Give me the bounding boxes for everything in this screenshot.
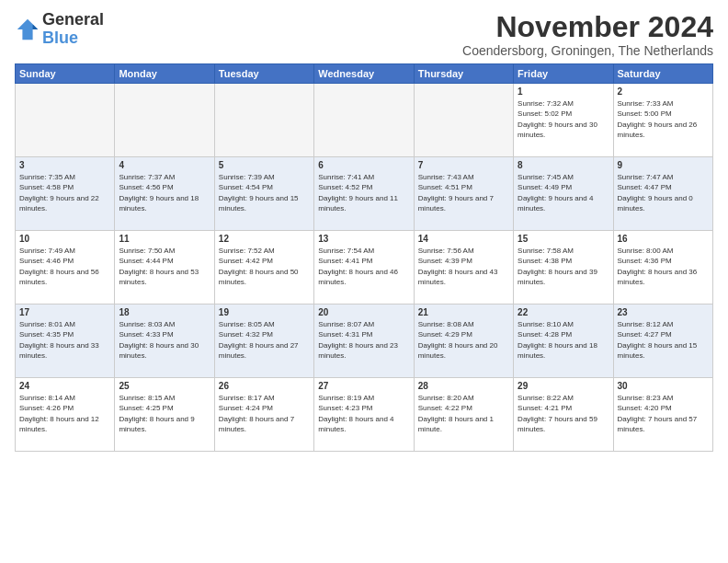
day-info: Sunrise: 8:00 AM Sunset: 4:36 PM Dayligh… <box>618 246 709 287</box>
table-row: 24Sunrise: 8:14 AM Sunset: 4:26 PM Dayli… <box>16 378 115 452</box>
table-row: 13Sunrise: 7:54 AM Sunset: 4:41 PM Dayli… <box>314 231 414 304</box>
day-info: Sunrise: 7:33 AM Sunset: 5:00 PM Dayligh… <box>618 98 709 140</box>
day-number: 1 <box>518 86 609 97</box>
day-number: 10 <box>19 234 110 244</box>
table-row: 23Sunrise: 8:12 AM Sunset: 4:27 PM Dayli… <box>613 304 712 378</box>
table-row: 11Sunrise: 7:50 AM Sunset: 4:44 PM Dayli… <box>115 231 214 304</box>
day-info: Sunrise: 8:03 AM Sunset: 4:33 PM Dayligh… <box>119 319 210 361</box>
table-row: 22Sunrise: 8:10 AM Sunset: 4:28 PM Dayli… <box>514 304 613 378</box>
calendar-week-row: 10Sunrise: 7:49 AM Sunset: 4:46 PM Dayli… <box>16 231 713 304</box>
table-row: 9Sunrise: 7:47 AM Sunset: 4:47 PM Daylig… <box>613 157 712 231</box>
day-number: 18 <box>119 307 210 317</box>
table-row: 6Sunrise: 7:41 AM Sunset: 4:52 PM Daylig… <box>314 157 414 231</box>
col-sunday: Sunday <box>16 64 115 84</box>
day-number: 9 <box>618 160 709 170</box>
day-info: Sunrise: 7:56 AM Sunset: 4:39 PM Dayligh… <box>418 246 509 287</box>
col-wednesday: Wednesday <box>314 64 414 84</box>
day-number: 25 <box>119 381 210 391</box>
day-number: 21 <box>418 307 509 317</box>
table-row: 1Sunrise: 7:32 AM Sunset: 5:02 PM Daylig… <box>514 84 613 157</box>
table-row: 7Sunrise: 7:43 AM Sunset: 4:51 PM Daylig… <box>414 157 513 231</box>
table-row: 26Sunrise: 8:17 AM Sunset: 4:24 PM Dayli… <box>214 378 313 452</box>
table-row: 8Sunrise: 7:45 AM Sunset: 4:49 PM Daylig… <box>514 157 613 231</box>
day-info: Sunrise: 8:17 AM Sunset: 4:24 PM Dayligh… <box>219 393 310 434</box>
day-number: 19 <box>219 307 310 317</box>
day-number: 28 <box>418 381 509 391</box>
day-info: Sunrise: 8:07 AM Sunset: 4:31 PM Dayligh… <box>318 319 409 361</box>
calendar-week-row: 17Sunrise: 8:01 AM Sunset: 4:35 PM Dayli… <box>16 304 713 378</box>
day-number: 24 <box>19 381 110 391</box>
day-info: Sunrise: 8:14 AM Sunset: 4:26 PM Dayligh… <box>19 393 110 434</box>
table-row <box>16 84 115 157</box>
col-friday: Friday <box>514 64 613 84</box>
table-row: 19Sunrise: 8:05 AM Sunset: 4:32 PM Dayli… <box>214 304 313 378</box>
table-row: 5Sunrise: 7:39 AM Sunset: 4:54 PM Daylig… <box>214 157 313 231</box>
day-number: 2 <box>618 86 709 97</box>
day-info: Sunrise: 7:47 AM Sunset: 4:47 PM Dayligh… <box>618 172 709 213</box>
table-row: 10Sunrise: 7:49 AM Sunset: 4:46 PM Dayli… <box>16 231 115 304</box>
day-info: Sunrise: 7:58 AM Sunset: 4:38 PM Dayligh… <box>518 246 609 287</box>
col-thursday: Thursday <box>414 64 513 84</box>
calendar-header-row: Sunday Monday Tuesday Wednesday Thursday… <box>16 64 713 84</box>
calendar-week-row: 1Sunrise: 7:32 AM Sunset: 5:02 PM Daylig… <box>16 84 713 157</box>
day-number: 7 <box>418 160 509 170</box>
table-row: 18Sunrise: 8:03 AM Sunset: 4:33 PM Dayli… <box>115 304 214 378</box>
day-number: 14 <box>418 234 509 244</box>
table-row: 29Sunrise: 8:22 AM Sunset: 4:21 PM Dayli… <box>514 378 613 452</box>
day-number: 3 <box>19 160 110 170</box>
logo: General Blue <box>15 11 104 48</box>
table-row: 14Sunrise: 7:56 AM Sunset: 4:39 PM Dayli… <box>414 231 513 304</box>
logo-icon <box>15 17 40 42</box>
day-number: 13 <box>318 234 409 244</box>
day-info: Sunrise: 8:15 AM Sunset: 4:25 PM Dayligh… <box>119 393 210 434</box>
day-number: 27 <box>318 381 409 391</box>
day-number: 30 <box>618 381 709 391</box>
table-row: 17Sunrise: 8:01 AM Sunset: 4:35 PM Dayli… <box>16 304 115 378</box>
day-number: 17 <box>19 307 110 317</box>
table-row <box>115 84 214 157</box>
day-number: 23 <box>618 307 709 317</box>
table-row: 21Sunrise: 8:08 AM Sunset: 4:29 PM Dayli… <box>414 304 513 378</box>
table-row: 30Sunrise: 8:23 AM Sunset: 4:20 PM Dayli… <box>613 378 712 452</box>
location: Coendersborg, Groningen, The Netherlands <box>462 43 713 58</box>
day-info: Sunrise: 7:41 AM Sunset: 4:52 PM Dayligh… <box>318 172 409 213</box>
calendar-week-row: 3Sunrise: 7:35 AM Sunset: 4:58 PM Daylig… <box>16 157 713 231</box>
day-number: 29 <box>518 381 609 391</box>
table-row <box>414 84 513 157</box>
day-info: Sunrise: 8:22 AM Sunset: 4:21 PM Dayligh… <box>518 393 609 434</box>
day-number: 6 <box>318 160 409 170</box>
day-number: 11 <box>119 234 210 244</box>
table-row: 16Sunrise: 8:00 AM Sunset: 4:36 PM Dayli… <box>613 231 712 304</box>
day-number: 26 <box>219 381 310 391</box>
logo-general-text: General <box>42 11 104 29</box>
day-number: 20 <box>318 307 409 317</box>
table-row: 3Sunrise: 7:35 AM Sunset: 4:58 PM Daylig… <box>16 157 115 231</box>
month-title: November 2024 <box>462 11 713 43</box>
table-row: 25Sunrise: 8:15 AM Sunset: 4:25 PM Dayli… <box>115 378 214 452</box>
table-row <box>314 84 414 157</box>
day-info: Sunrise: 7:32 AM Sunset: 5:02 PM Dayligh… <box>518 98 609 140</box>
day-number: 4 <box>119 160 210 170</box>
day-info: Sunrise: 8:19 AM Sunset: 4:23 PM Dayligh… <box>318 393 409 434</box>
day-info: Sunrise: 7:39 AM Sunset: 4:54 PM Dayligh… <box>219 172 310 213</box>
day-number: 12 <box>219 234 310 244</box>
table-row: 12Sunrise: 7:52 AM Sunset: 4:42 PM Dayli… <box>214 231 313 304</box>
day-info: Sunrise: 8:08 AM Sunset: 4:29 PM Dayligh… <box>418 319 509 361</box>
day-info: Sunrise: 7:54 AM Sunset: 4:41 PM Dayligh… <box>318 246 409 287</box>
day-info: Sunrise: 7:35 AM Sunset: 4:58 PM Dayligh… <box>19 172 110 213</box>
calendar-table: Sunday Monday Tuesday Wednesday Thursday… <box>15 63 713 452</box>
logo-blue-text: Blue <box>42 29 104 48</box>
page-header: General Blue November 2024 Coendersborg,… <box>15 11 713 58</box>
table-row: 2Sunrise: 7:33 AM Sunset: 5:00 PM Daylig… <box>613 84 712 157</box>
day-number: 8 <box>518 160 609 170</box>
day-number: 15 <box>518 234 609 244</box>
title-area: November 2024 Coendersborg, Groningen, T… <box>462 11 713 58</box>
table-row: 28Sunrise: 8:20 AM Sunset: 4:22 PM Dayli… <box>414 378 513 452</box>
day-info: Sunrise: 8:01 AM Sunset: 4:35 PM Dayligh… <box>19 319 110 361</box>
table-row <box>214 84 313 157</box>
day-info: Sunrise: 8:23 AM Sunset: 4:20 PM Dayligh… <box>618 393 709 434</box>
day-info: Sunrise: 7:49 AM Sunset: 4:46 PM Dayligh… <box>19 246 110 287</box>
day-number: 16 <box>618 234 709 244</box>
day-info: Sunrise: 7:52 AM Sunset: 4:42 PM Dayligh… <box>219 246 310 287</box>
day-info: Sunrise: 8:10 AM Sunset: 4:28 PM Dayligh… <box>518 319 609 361</box>
